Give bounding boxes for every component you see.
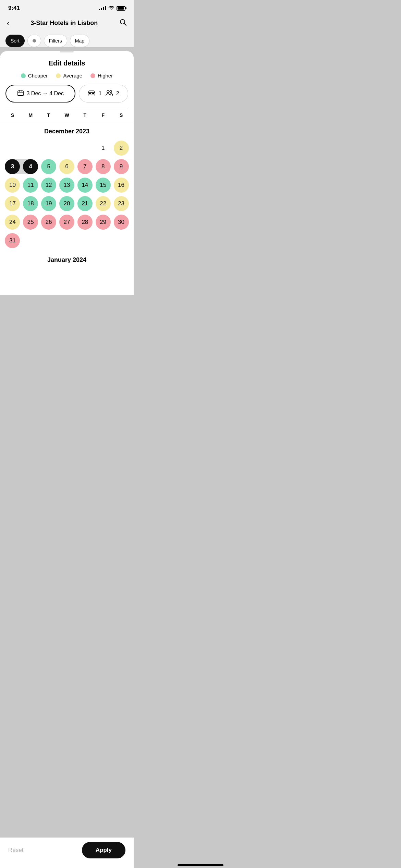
january-title: January 2024 <box>3 250 130 268</box>
december-calendar: December 2023 1 2 3 4 5 <box>0 121 134 250</box>
bed-icon <box>88 90 95 97</box>
cal-day-19[interactable]: 19 <box>40 195 58 213</box>
sort-chip-label: Sort <box>11 38 20 44</box>
legend-higher: Higher <box>90 73 113 79</box>
day-number[interactable]: 8 <box>96 159 111 174</box>
day-number[interactable]: 25 <box>23 215 38 230</box>
cal-day-14[interactable]: 14 <box>76 176 94 194</box>
day-number[interactable]: 5 <box>41 159 56 174</box>
dow-mon: M <box>22 112 40 118</box>
day-number[interactable]: 19 <box>41 196 56 211</box>
wifi-icon <box>108 5 114 11</box>
map-chip[interactable]: Map <box>70 35 89 47</box>
svg-rect-8 <box>92 93 94 94</box>
cal-day-1[interactable]: 1 <box>94 139 112 157</box>
day-number[interactable]: 2 <box>114 141 129 156</box>
day-number[interactable]: 22 <box>96 196 111 211</box>
cheaper-label: Cheaper <box>28 73 48 79</box>
back-button[interactable]: ‹ <box>7 19 9 27</box>
day-number[interactable]: 9 <box>114 159 129 174</box>
cal-empty <box>76 232 94 250</box>
cal-empty <box>40 232 58 250</box>
cal-day-20[interactable]: 20 <box>58 195 76 213</box>
cal-day-26[interactable]: 26 <box>40 213 58 231</box>
day-number[interactable]: 28 <box>77 215 93 230</box>
cal-day-16[interactable]: 16 <box>112 176 130 194</box>
selected-end-day[interactable]: 4 <box>23 159 38 174</box>
day-number[interactable]: 14 <box>77 178 93 193</box>
day-number[interactable]: 21 <box>77 196 93 211</box>
day-number[interactable]: 17 <box>5 196 20 211</box>
day-number[interactable]: 29 <box>96 215 111 230</box>
cal-day-2[interactable]: 2 <box>112 139 130 157</box>
filters-chip[interactable]: Filters <box>44 35 67 47</box>
cal-day-15[interactable]: 15 <box>94 176 112 194</box>
day-number[interactable]: 12 <box>41 178 56 193</box>
cal-day-4[interactable]: 4 <box>22 158 40 176</box>
cal-day-18[interactable]: 18 <box>22 195 40 213</box>
cal-day-9[interactable]: 9 <box>112 158 130 176</box>
day-number[interactable]: 6 <box>59 159 74 174</box>
calendar-icon <box>17 89 24 98</box>
cal-empty <box>112 232 130 250</box>
cal-empty <box>40 139 58 157</box>
dow-sun: S <box>3 112 22 118</box>
day-number[interactable]: 15 <box>96 178 111 193</box>
day-number[interactable]: 31 <box>5 233 20 248</box>
sheet-title: Edit details <box>0 52 134 73</box>
cal-day-10[interactable]: 10 <box>3 176 22 194</box>
cal-day-12[interactable]: 12 <box>40 176 58 194</box>
dow-wed: W <box>58 112 76 118</box>
day-number[interactable]: 13 <box>59 178 74 193</box>
cal-day-8[interactable]: 8 <box>94 158 112 176</box>
december-title: December 2023 <box>3 121 130 139</box>
cal-day-28[interactable]: 28 <box>76 213 94 231</box>
cal-day-6[interactable]: 6 <box>58 158 76 176</box>
cal-day-27[interactable]: 27 <box>58 213 76 231</box>
cal-day-11[interactable]: 11 <box>22 176 40 194</box>
cal-day-25[interactable]: 25 <box>22 213 40 231</box>
cheaper-dot <box>21 73 26 78</box>
cal-empty <box>58 232 76 250</box>
cal-day-29[interactable]: 29 <box>94 213 112 231</box>
search-button[interactable] <box>119 19 127 28</box>
signal-icon <box>99 6 106 10</box>
rooms-pill[interactable]: 1 2 <box>79 85 129 103</box>
cal-day-3[interactable]: 3 <box>3 158 22 176</box>
cal-day-13[interactable]: 13 <box>58 176 76 194</box>
dow-sat: S <box>112 112 130 118</box>
higher-label: Higher <box>98 73 113 79</box>
cal-day-31[interactable]: 31 <box>3 232 22 250</box>
day-number[interactable]: 26 <box>41 215 56 230</box>
day-number[interactable]: 24 <box>5 215 20 230</box>
day-number[interactable]: 23 <box>114 196 129 211</box>
dot-chip[interactable] <box>27 35 41 47</box>
day-number[interactable]: 10 <box>5 178 20 193</box>
higher-dot <box>90 73 95 78</box>
day-number[interactable]: 7 <box>77 159 93 174</box>
cal-day-7[interactable]: 7 <box>76 158 94 176</box>
day-number[interactable]: 11 <box>23 178 38 193</box>
date-range-pill[interactable]: 3 Dec → 4 Dec <box>5 85 75 103</box>
cal-day-17[interactable]: 17 <box>3 195 22 213</box>
person-icon <box>105 90 113 97</box>
legend-cheaper: Cheaper <box>21 73 48 79</box>
sort-chip[interactable]: Sort <box>5 35 25 47</box>
day-number[interactable]: 18 <box>23 196 38 211</box>
day-number[interactable]: 1 <box>96 141 111 156</box>
date-range-label: 3 Dec → 4 Dec <box>27 91 64 97</box>
cal-empty <box>22 139 40 157</box>
cal-day-5[interactable]: 5 <box>40 158 58 176</box>
day-number[interactable]: 20 <box>59 196 74 211</box>
cal-day-24[interactable]: 24 <box>3 213 22 231</box>
svg-point-11 <box>107 91 109 93</box>
day-number[interactable]: 27 <box>59 215 74 230</box>
cal-day-30[interactable]: 30 <box>112 213 130 231</box>
day-number[interactable]: 30 <box>114 215 129 230</box>
average-label: Average <box>63 73 82 79</box>
day-number[interactable]: 16 <box>114 178 129 193</box>
cal-day-21[interactable]: 21 <box>76 195 94 213</box>
average-dot <box>56 73 61 78</box>
cal-day-22[interactable]: 22 <box>94 195 112 213</box>
cal-day-23[interactable]: 23 <box>112 195 130 213</box>
